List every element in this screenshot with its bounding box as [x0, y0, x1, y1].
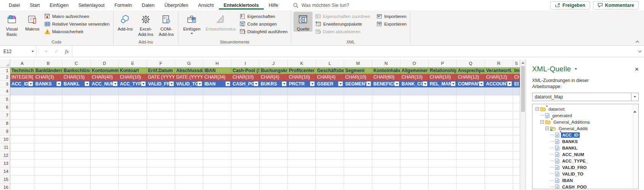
cell-E13[interactable]	[119, 159, 147, 167]
cell-D9[interactable]	[91, 127, 119, 135]
cell-R13[interactable]	[485, 159, 513, 167]
cell-L9[interactable]	[316, 127, 344, 135]
cell-S15[interactable]	[513, 176, 520, 184]
cell-O3[interactable]: BANK_CO	[400, 81, 429, 87]
cell-R14[interactable]	[485, 167, 513, 176]
row-header-8[interactable]: 8	[0, 119, 10, 127]
cell-M3[interactable]: SEGMENT	[344, 81, 372, 87]
cell-A12[interactable]	[10, 151, 34, 159]
cell-S1[interactable]: Im	[513, 68, 520, 74]
cell-F12[interactable]	[147, 151, 175, 159]
cell-L7[interactable]	[316, 111, 344, 119]
cell-F8[interactable]	[147, 119, 175, 127]
filter-dropdown-button[interactable]	[422, 81, 427, 86]
cell-K3[interactable]: PRCTR	[288, 81, 316, 87]
cell-E11[interactable]	[119, 143, 147, 151]
map-properties-button[interactable]: Eigenschaften zuordnen	[314, 13, 371, 19]
menu-tab-start[interactable]: Start	[25, 1, 45, 10]
cell-E10[interactable]	[119, 135, 147, 143]
cell-L15[interactable]	[316, 176, 344, 184]
menu-tab-datei[interactable]: Datei	[4, 1, 25, 10]
cell-E6[interactable]	[119, 103, 147, 111]
cell-A1[interactable]: Technische I	[10, 68, 34, 74]
cell-F9[interactable]	[147, 127, 175, 135]
cell-I6[interactable]	[231, 103, 260, 111]
close-icon[interactable]: ×	[635, 66, 639, 72]
cell-C15[interactable]	[62, 176, 91, 184]
cell-S8[interactable]	[513, 119, 520, 127]
cell-H4[interactable]	[203, 87, 231, 95]
cell-J10[interactable]	[260, 135, 288, 143]
cell-B2[interactable]: CHAR(3)	[34, 74, 62, 81]
cell-S16[interactable]	[513, 184, 520, 190]
cell-N6[interactable]	[372, 103, 400, 111]
cell-E9[interactable]	[119, 127, 147, 135]
filter-dropdown-button[interactable]	[282, 81, 287, 86]
cell-H5[interactable]	[203, 95, 231, 103]
cell-K5[interactable]	[288, 95, 316, 103]
cell-I13[interactable]	[231, 159, 260, 167]
refresh-data-button[interactable]: Daten aktualisieren	[314, 29, 371, 35]
cell-A16[interactable]	[10, 184, 34, 190]
cell-L1[interactable]: Geschäftsbe	[316, 68, 344, 74]
cell-E1[interactable]: Kontoart	[119, 68, 147, 74]
cell-Q10[interactable]	[457, 135, 485, 143]
cell-H11[interactable]	[203, 143, 231, 151]
cell-D12[interactable]	[91, 151, 119, 159]
cell-R15[interactable]	[485, 176, 513, 184]
cell-S13[interactable]	[513, 159, 520, 167]
row-header-12[interactable]: 12	[0, 151, 10, 159]
cell-H6[interactable]	[203, 103, 231, 111]
column-header-G[interactable]: G	[175, 60, 203, 67]
name-box[interactable]: E12	[0, 46, 37, 57]
tree-item-acc_id[interactable]: *ACC_ID	[535, 132, 632, 138]
cell-A15[interactable]	[10, 176, 34, 184]
formula-bar-handle[interactable]: ⋮	[37, 46, 41, 57]
cell-N2[interactable]: CHAR(60)	[372, 74, 400, 81]
cell-J1[interactable]: Buchungskre	[260, 68, 288, 74]
cell-D16[interactable]	[91, 184, 119, 190]
cell-M1[interactable]: Segment	[344, 68, 372, 74]
cell-K14[interactable]	[288, 167, 316, 176]
filter-dropdown-button[interactable]	[338, 81, 343, 86]
cell-I8[interactable]	[231, 119, 260, 127]
cell-G8[interactable]	[175, 119, 203, 127]
cell-S7[interactable]	[513, 111, 520, 119]
cell-A10[interactable]	[10, 135, 34, 143]
cell-R16[interactable]	[485, 184, 513, 190]
cell-P7[interactable]	[429, 111, 457, 119]
cell-D2[interactable]: CHAR(40)	[91, 74, 119, 81]
cell-C13[interactable]	[62, 159, 91, 167]
cell-P12[interactable]	[429, 151, 457, 159]
cell-I15[interactable]	[231, 176, 260, 184]
column-header-K[interactable]: K	[288, 60, 316, 67]
cell-P5[interactable]	[429, 95, 457, 103]
cell-S6[interactable]	[513, 103, 520, 111]
cell-I16[interactable]	[231, 184, 260, 190]
cell-P8[interactable]	[429, 119, 457, 127]
cell-G13[interactable]	[175, 159, 203, 167]
cell-G5[interactable]	[175, 95, 203, 103]
cell-L12[interactable]	[316, 151, 344, 159]
cell-Q5[interactable]	[457, 95, 485, 103]
cell-B8[interactable]	[34, 119, 62, 127]
filter-dropdown-button[interactable]	[507, 81, 512, 86]
cell-P6[interactable]	[429, 103, 457, 111]
cell-J2[interactable]: CHAR(4)	[260, 74, 288, 81]
row-header-9[interactable]: 9	[0, 127, 10, 135]
cell-I9[interactable]	[231, 127, 260, 135]
cell-O14[interactable]	[400, 167, 429, 176]
cell-G15[interactable]	[175, 176, 203, 184]
row-header-5[interactable]: 5	[0, 95, 10, 103]
tree-item-generated[interactable]: generated	[535, 112, 632, 119]
cell-J6[interactable]	[260, 103, 288, 111]
cell-Q13[interactable]	[457, 159, 485, 167]
cell-E7[interactable]	[119, 111, 147, 119]
cell-E12[interactable]	[119, 151, 147, 159]
design-mode-button[interactable]: Entwurfsmodus	[204, 12, 237, 32]
cell-F2[interactable]: DATE (YYYY-	[147, 74, 175, 81]
cell-M16[interactable]	[344, 184, 372, 190]
cell-N14[interactable]	[372, 167, 400, 176]
expand-formula-bar-button[interactable]	[636, 46, 644, 57]
cell-O6[interactable]	[400, 103, 429, 111]
